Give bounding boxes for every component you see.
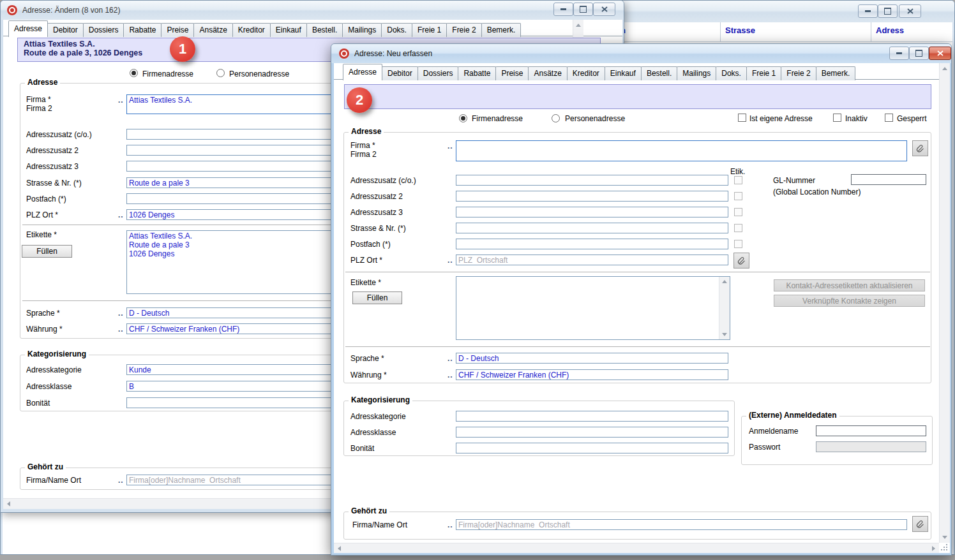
tab-kreditor[interactable]: Kreditor: [232, 23, 271, 37]
lookup-dots: ..: [118, 210, 124, 219]
tab-kreditor[interactable]: Kreditor: [567, 66, 605, 80]
firma-input[interactable]: [456, 140, 907, 161]
window2-vertical-scrollbar[interactable]: [939, 63, 950, 543]
adresszusatz2-input[interactable]: [456, 191, 728, 202]
anmeldename-input[interactable]: [816, 425, 926, 436]
fuellen-button[interactable]: Füllen: [22, 245, 72, 258]
tab-bestell[interactable]: Bestell.: [306, 23, 343, 37]
etik-checkbox-4[interactable]: [734, 224, 742, 232]
tab-bestell[interactable]: Bestell.: [641, 66, 677, 80]
window2-close-button[interactable]: [929, 47, 951, 60]
app-bullseye-icon: [7, 5, 17, 15]
fuellen-button[interactable]: Füllen: [352, 291, 402, 304]
resize-grip[interactable]: [939, 543, 950, 553]
tab-ansaetze[interactable]: Ansätze: [528, 66, 567, 80]
list-maximize-button[interactable]: [878, 4, 898, 18]
ist-eigene-adresse-checkbox[interactable]: [738, 114, 746, 122]
list-minimize-button[interactable]: [858, 4, 878, 18]
adressklasse-input[interactable]: [456, 427, 728, 438]
list-close-button[interactable]: [899, 4, 921, 18]
tab-dossiers[interactable]: Dossiers: [83, 23, 124, 37]
tab-mailings[interactable]: Mailings: [342, 23, 382, 37]
adresszusatz2-label: Adresszusatz 2: [350, 192, 403, 201]
window1-close-button[interactable]: [593, 3, 615, 16]
tab-rabatte[interactable]: Rabatte: [123, 23, 162, 37]
postfach-input[interactable]: [456, 239, 728, 249]
tab-einkauf[interactable]: Einkauf: [270, 23, 307, 37]
list-column-header[interactable]: Adress: [876, 26, 904, 35]
passwort-label: Passwort: [749, 443, 780, 452]
adresskategorie-label: Adresskategorie: [350, 412, 406, 421]
kontakt-adressetiketten-button[interactable]: Kontakt-Adressetiketten aktualisieren: [774, 279, 925, 291]
tab-adresse[interactable]: Adresse: [8, 20, 48, 37]
tab-einkauf[interactable]: Einkauf: [605, 66, 642, 80]
window2-horizontal-scrollbar[interactable]: [334, 543, 939, 553]
tab-adresse[interactable]: Adresse: [343, 64, 382, 80]
waehrung-input[interactable]: [456, 369, 728, 380]
tab-rabatte[interactable]: Rabatte: [458, 66, 496, 80]
tab-bemerk[interactable]: Bemerk.: [816, 66, 856, 80]
personenadresse-radio[interactable]: [216, 69, 225, 77]
tab-preise[interactable]: Preise: [161, 23, 194, 37]
tab-mailings[interactable]: Mailings: [677, 66, 716, 80]
tab-freie1[interactable]: Freie 1: [412, 23, 447, 37]
plzort-attach-button[interactable]: [733, 253, 749, 269]
window1-tabstrip: AdresseDebitorDossiersRabattePreiseAnsät…: [3, 20, 622, 36]
strasse-label: Strasse & Nr. (*): [350, 224, 406, 233]
adresszusatz3-label: Adresszusatz 3: [26, 162, 79, 171]
gesperrt-checkbox[interactable]: [885, 114, 893, 122]
tab-freie1[interactable]: Freie 1: [746, 66, 781, 80]
window1-maximize-button[interactable]: [573, 3, 593, 16]
strasse-label: Strasse & Nr. (*): [26, 179, 82, 188]
tab-preise[interactable]: Preise: [495, 66, 529, 80]
step-badge-1: 1: [170, 36, 195, 62]
inaktiv-checkbox[interactable]: [833, 114, 841, 122]
firma-name-ort-input[interactable]: [456, 519, 907, 530]
section-separator: [345, 346, 930, 347]
verknuepfte-kontakte-button[interactable]: Verknüpfte Kontakte zeigen: [774, 295, 925, 307]
personenadresse-radio[interactable]: [552, 114, 560, 122]
etikette-scrollbar[interactable]: [719, 277, 730, 339]
window2-client: AdresseDebitorDossiersRabattePreiseAnsät…: [334, 63, 950, 553]
bonitaet-label: Bonität: [350, 444, 374, 453]
firma2-label: Firma 2: [350, 150, 377, 159]
tab-bemerk[interactable]: Bemerk.: [481, 23, 522, 37]
sprache-input[interactable]: [456, 353, 728, 364]
bonitaet-input[interactable]: [456, 443, 728, 453]
etik-checkbox-2[interactable]: [734, 192, 742, 200]
app-bullseye-icon: [339, 48, 349, 59]
tab-freie2[interactable]: Freie 2: [781, 66, 816, 80]
firma-name-ort-label: Firma/Name Ort: [26, 476, 81, 485]
adresszusatz1-input[interactable]: [456, 175, 728, 186]
tab-debitor[interactable]: Debitor: [382, 66, 418, 80]
etikette-textarea[interactable]: [456, 276, 730, 340]
maximize-icon: [580, 6, 587, 13]
gl-nummer-input[interactable]: [851, 174, 926, 185]
etik-checkbox-3[interactable]: [734, 208, 742, 216]
window2-maximize-button[interactable]: [909, 47, 929, 60]
lookup-dots: ..: [447, 520, 453, 529]
tab-debitor[interactable]: Debitor: [47, 23, 84, 37]
tab-doks[interactable]: Doks.: [716, 66, 747, 80]
adresszusatz3-input[interactable]: [456, 207, 728, 217]
window1-minimize-button[interactable]: [553, 3, 573, 16]
adresskategorie-input[interactable]: [456, 411, 728, 422]
tab-freie2[interactable]: Freie 2: [446, 23, 481, 37]
gehoert-zu-attach-button[interactable]: [912, 516, 928, 532]
paperclip-icon: [737, 256, 746, 265]
firmenadresse-radio[interactable]: [130, 69, 138, 77]
firmenadresse-radio[interactable]: [459, 114, 467, 122]
etik-checkbox-5[interactable]: [734, 240, 742, 248]
list-column-header[interactable]: Strasse: [725, 26, 755, 35]
tab-ansaetze[interactable]: Ansätze: [193, 23, 232, 37]
window2-minimize-button[interactable]: [889, 47, 909, 60]
strasse-input[interactable]: [456, 223, 728, 233]
tab-dossiers[interactable]: Dossiers: [417, 66, 459, 80]
firma-attach-button[interactable]: [912, 140, 928, 156]
sprache-label: Sprache *: [350, 354, 384, 363]
minimize-icon: [865, 10, 871, 12]
etik-checkbox-1[interactable]: [734, 176, 742, 184]
plzort-input[interactable]: [456, 254, 728, 265]
adressklasse-label: Adressklasse: [26, 382, 71, 391]
tab-doks[interactable]: Doks.: [381, 23, 412, 37]
